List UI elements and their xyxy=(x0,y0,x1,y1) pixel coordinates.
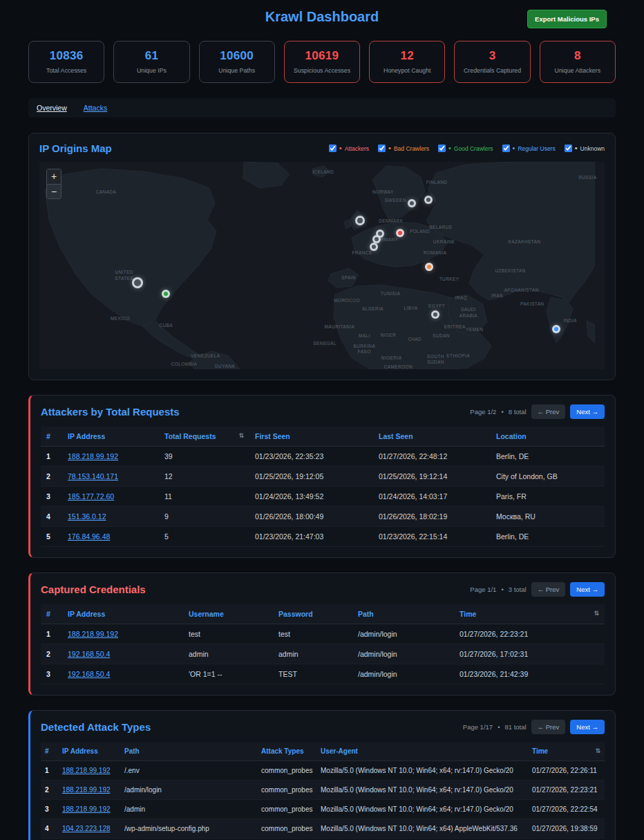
stat-label: Suspicious Accesses xyxy=(287,67,357,74)
bullet-separator: • xyxy=(501,408,503,416)
stat-card-unique-ips: 61Unique IPs xyxy=(113,41,189,83)
cell-path: /.env xyxy=(120,761,257,781)
next-button[interactable]: Next → xyxy=(570,720,605,734)
legend-dot: • xyxy=(513,144,515,152)
column-header-total-requests[interactable]: Total Requests⇅ xyxy=(159,427,249,447)
zoom-in-button[interactable]: + xyxy=(47,169,61,184)
map-marker-attacker[interactable] xyxy=(396,229,404,237)
attack-types-pager: Page 1/17 • 81 total ← Prev Next → xyxy=(463,720,605,734)
prev-button[interactable]: ← Prev xyxy=(531,404,566,419)
stat-value: 8 xyxy=(543,49,612,63)
cell-col: 4 xyxy=(41,507,62,527)
page-info: Page 1/17 xyxy=(463,723,493,731)
cell-ip-address: 188.218.99.192 xyxy=(58,761,120,781)
cell-username: admin xyxy=(183,644,273,664)
cell-ip-address: 192.168.50.4 xyxy=(62,644,183,664)
ip-link[interactable]: 188.218.99.192 xyxy=(62,805,111,813)
map-marker-regular-user[interactable] xyxy=(552,325,560,333)
cell-location: Москва, RU xyxy=(491,507,605,527)
ip-link[interactable]: 104.23.223.128 xyxy=(62,825,111,832)
ip-link[interactable]: 188.218.99.192 xyxy=(62,786,111,794)
map-marker-good-crawler[interactable] xyxy=(162,290,170,298)
cell-col: 2 xyxy=(41,781,58,800)
map-marker-unknown[interactable] xyxy=(408,199,416,207)
map-marker-unknown[interactable] xyxy=(132,277,143,288)
map-marker-bad-crawler[interactable] xyxy=(425,263,433,271)
map-title: IP Origins Map xyxy=(39,142,112,154)
stat-card-credentials-captured: 3Credentials Captured xyxy=(454,41,530,83)
map-marker-unknown[interactable] xyxy=(355,216,365,225)
attackers-pager: Page 1/2 • 8 total ← Prev Next → xyxy=(470,404,605,419)
cell-time: 01/23/2026, 21:42:39 xyxy=(454,664,605,684)
sort-icon[interactable]: ⇅ xyxy=(238,432,244,439)
legend-item-unknown: •Unknown xyxy=(565,144,605,152)
table-header-row: #IP AddressUsernamePasswordPathTime⇅ xyxy=(41,604,605,624)
legend-dot: • xyxy=(575,144,578,152)
map-marker-unknown[interactable] xyxy=(370,243,378,251)
column-header-time[interactable]: Time⇅ xyxy=(454,604,605,624)
dashboard: Krawl Dashboard Export Malicious IPs 108… xyxy=(0,0,644,840)
ip-link[interactable]: 78.153.140.171 xyxy=(68,472,118,480)
next-button[interactable]: Next → xyxy=(570,404,605,419)
ip-link[interactable]: 188.218.99.192 xyxy=(68,630,118,638)
cell-attack-types: common_probes xyxy=(257,781,316,800)
sort-icon[interactable]: ⇅ xyxy=(595,747,600,754)
ip-link[interactable]: 188.218.99.192 xyxy=(62,767,111,774)
tab-attacks[interactable]: Attacks xyxy=(84,104,107,112)
legend-checkbox-regular-users[interactable] xyxy=(502,144,510,152)
map-marker-unknown[interactable] xyxy=(424,196,433,204)
next-button[interactable]: Next → xyxy=(570,582,605,597)
cell-path: /admin/login xyxy=(352,624,454,644)
cell-location: Berlin, DE xyxy=(491,447,605,467)
credentials-table: #IP AddressUsernamePasswordPathTime⇅1188… xyxy=(41,604,605,684)
tab-overview[interactable]: Overview xyxy=(37,104,67,112)
bullet-separator: • xyxy=(501,586,503,593)
legend-label: Bad Crawlers xyxy=(394,145,429,152)
sort-icon[interactable]: ⇅ xyxy=(594,610,599,617)
page-info: Page 1/2 xyxy=(470,408,496,416)
attack-types-table: #IP AddressPathAttack TypesUser-AgentTim… xyxy=(41,742,605,840)
cell-username: 'OR 1=1 -- xyxy=(183,664,273,684)
legend-checkbox-attackers[interactable] xyxy=(329,144,337,152)
stat-card-unique-paths: 10600Unique Paths xyxy=(199,41,275,83)
prev-button[interactable]: ← Prev xyxy=(531,582,566,597)
map-marker-unknown[interactable] xyxy=(431,310,439,319)
cell-ip-address: 188.218.99.192 xyxy=(62,624,183,644)
ip-link[interactable]: 185.177.72.60 xyxy=(68,492,114,501)
column-header-time[interactable]: Time⇅ xyxy=(528,742,605,761)
table-row: 3185.177.72.601101/24/2026, 13:49:5201/2… xyxy=(41,487,605,507)
table-row: 5176.84.96.48501/23/2026, 21:47:0301/23/… xyxy=(41,527,605,547)
cell-path: /admin/login xyxy=(352,664,454,684)
ip-link[interactable]: 192.168.50.4 xyxy=(68,650,110,658)
cell-col: 3 xyxy=(41,487,62,507)
export-malicious-ips-button[interactable]: Export Malicious IPs xyxy=(527,10,607,28)
stat-value: 61 xyxy=(117,49,186,63)
ip-link[interactable]: 192.168.50.4 xyxy=(68,670,110,678)
cell-time: 01/27/2026, 22:23:21 xyxy=(528,781,605,800)
cell-col: 3 xyxy=(41,664,62,684)
ip-link[interactable]: 188.218.99.192 xyxy=(68,452,118,460)
stat-card-unique-attackers: 8Unique Attackers xyxy=(540,41,616,83)
cell-total-requests: 11 xyxy=(159,487,249,507)
map-canvas[interactable]: + − CANADAICELANDNORWAYSWEDENFINLANDRUSS… xyxy=(39,162,605,369)
stat-card-total-accesses: 10836Total Accesses xyxy=(28,41,104,83)
table-row: 3188.218.99.192/admincommon_probesMozill… xyxy=(41,800,605,819)
legend-checkbox-good-crawlers[interactable] xyxy=(438,144,446,152)
cell-col: 2 xyxy=(41,644,62,664)
cell-first-seen: 01/24/2026, 13:49:52 xyxy=(249,487,373,507)
legend-checkbox-unknown[interactable] xyxy=(565,144,572,152)
column-header-location: Location xyxy=(491,427,605,447)
column-header-ip-address: IP Address xyxy=(62,427,159,447)
credentials-title: Captured Credentials xyxy=(41,584,146,595)
stat-label: Credentials Captured xyxy=(457,67,527,74)
legend-checkbox-bad-crawlers[interactable] xyxy=(378,144,386,152)
table-row: 3192.168.50.4'OR 1=1 --TEST/admin/login0… xyxy=(41,664,605,684)
ip-link[interactable]: 151.36.0.12 xyxy=(68,512,106,521)
prev-button[interactable]: ← Prev xyxy=(531,720,566,734)
cell-password: admin xyxy=(273,644,352,664)
table-row: 4151.36.0.12901/26/2026, 18:00:4901/26/2… xyxy=(41,507,605,527)
legend-item-regular-users: •Regular Users xyxy=(502,144,556,152)
zoom-out-button[interactable]: − xyxy=(47,184,61,198)
ip-link[interactable]: 176.84.96.48 xyxy=(68,532,110,541)
cell-last-seen: 01/26/2026, 18:02:19 xyxy=(373,507,491,527)
